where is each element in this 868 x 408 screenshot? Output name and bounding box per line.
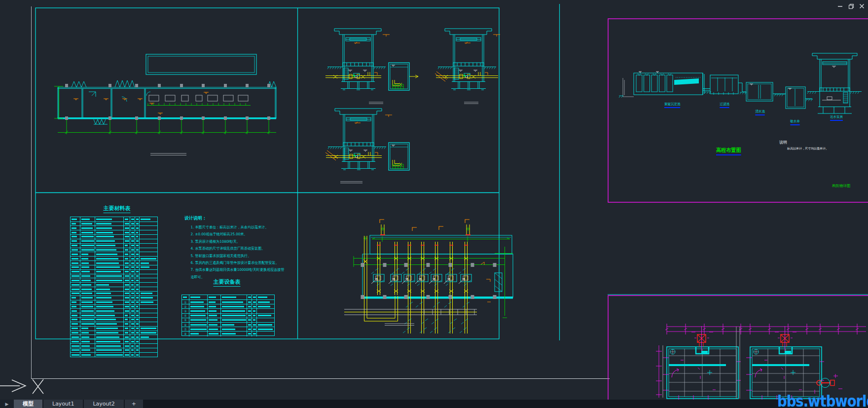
- equipment-table-title: 主要设备表: [214, 278, 241, 287]
- plan-equipment-row: [149, 95, 248, 101]
- table-row: [71, 252, 157, 257]
- tab-Layout2[interactable]: Layout2: [84, 400, 123, 408]
- flow-diagram-title: 高程布置图: [716, 147, 741, 155]
- equipment-table: ①②③④⑤⑥⑦⑧: [181, 295, 275, 336]
- table-row: [71, 235, 157, 239]
- tab-nav-arrow-icon[interactable]: ▶: [0, 400, 14, 408]
- pump-sections: [326, 29, 500, 183]
- table-row: [71, 305, 157, 309]
- watermark-text: bbs.wtbworld.com: [777, 392, 868, 408]
- table-row: [71, 283, 157, 287]
- tank-label: 送水泵房: [830, 114, 843, 121]
- table-row: ⑧: [182, 332, 274, 336]
- table-row: ④: [182, 314, 274, 318]
- table-row: [71, 257, 157, 261]
- table-row: [71, 239, 157, 244]
- table-row: [71, 261, 157, 265]
- paper-viewport-borders[interactable]: [608, 19, 868, 408]
- table-row: [71, 318, 157, 322]
- tab-Layout1[interactable]: Layout1: [43, 400, 83, 408]
- table-row: ⑦: [182, 327, 274, 332]
- tank-label: 清水池: [755, 109, 764, 115]
- table-row: [71, 344, 157, 348]
- table-row: [71, 353, 157, 357]
- cad-application-window: 主要材料表 设计说明： 1. 本图尺寸单位：标高以米计，其余均以毫米计。2. ±…: [0, 0, 868, 408]
- table-row: [71, 287, 157, 292]
- design-note-item: 5. 管材接口要求按国家相关规范执行。: [184, 253, 286, 260]
- table-row: [71, 278, 157, 283]
- minimize-button[interactable]: [837, 3, 843, 9]
- materials-table-title: 主要材料表: [104, 205, 131, 213]
- table-row: ③: [182, 309, 274, 313]
- design-notes: 设计说明： 1. 本图尺寸单位：标高以米计，其余均以毫米计。2. ±0.00相当…: [184, 215, 290, 281]
- design-note-item: 6. 泵房内的三通及阀门等管件按设计要求位置配管安装。: [184, 260, 286, 266]
- table-row: [71, 248, 157, 253]
- ucs-icon: [0, 379, 43, 394]
- table-row: ⑥: [182, 323, 274, 327]
- plan-legend-box: [146, 54, 256, 74]
- table-row: [71, 327, 157, 331]
- window-controls: [837, 3, 865, 9]
- design-notes-heading: 设计说明：: [184, 215, 290, 222]
- table-row: [71, 300, 157, 305]
- table-row: [71, 322, 157, 327]
- table-row: [71, 331, 157, 335]
- layout-tab-bar: ▶ 模型Layout1Layout2+: [0, 400, 868, 408]
- table-row: [71, 348, 157, 353]
- pump-piping-plan: [344, 220, 513, 334]
- flow-notes-heading: 说明: [779, 140, 787, 145]
- close-button[interactable]: [859, 3, 865, 9]
- flow-corner-label: 构筑物详图: [832, 184, 851, 188]
- design-note-item: 4. 水泵基础的尺寸详细见供货厂商基础安装图。: [184, 245, 286, 252]
- tank-label: 絮凝沉淀池: [664, 102, 680, 108]
- plan-title-line: [150, 153, 186, 155]
- table-row: [71, 296, 157, 300]
- table-row: [71, 265, 157, 270]
- table-row: [71, 309, 157, 313]
- flow-viewport-border: [608, 19, 868, 202]
- red-valve-detail: [815, 374, 842, 394]
- design-note-item: 3. 泵房设计规模为1080吨/天。: [184, 238, 286, 245]
- plan-dimensions: [54, 86, 276, 133]
- table-row: [71, 274, 157, 279]
- table-row: [71, 226, 157, 230]
- materials-table: [70, 217, 158, 357]
- table-row: [71, 222, 157, 226]
- table-row: ⑤: [182, 318, 274, 323]
- tab-+[interactable]: +: [125, 400, 143, 408]
- table-row: [71, 230, 157, 235]
- flow-notes-text: 标高以米计，尺寸均以毫米计。: [787, 147, 829, 151]
- table-row: ①: [182, 300, 274, 304]
- table-row: [71, 313, 157, 318]
- flow-diagram: [619, 53, 862, 113]
- tank-label: 过滤池: [720, 102, 729, 108]
- table-row: [71, 292, 157, 296]
- building-plan: [54, 80, 276, 155]
- table-row: [71, 244, 157, 248]
- tab-模型[interactable]: 模型: [14, 400, 42, 408]
- design-note-item: 1. 本图尺寸单位：标高以米计，其余均以毫米计。: [184, 224, 286, 231]
- restore-button[interactable]: [848, 3, 854, 9]
- tank-label: 吸水井: [790, 119, 799, 125]
- table-row: ②: [182, 304, 274, 309]
- table-row: [71, 270, 157, 274]
- table-row: [71, 335, 157, 339]
- table-row: [71, 339, 157, 344]
- design-note-item: 2. ±0.00相当于绝对标高25.00米。: [184, 231, 286, 238]
- tank-plan-views: [656, 324, 866, 401]
